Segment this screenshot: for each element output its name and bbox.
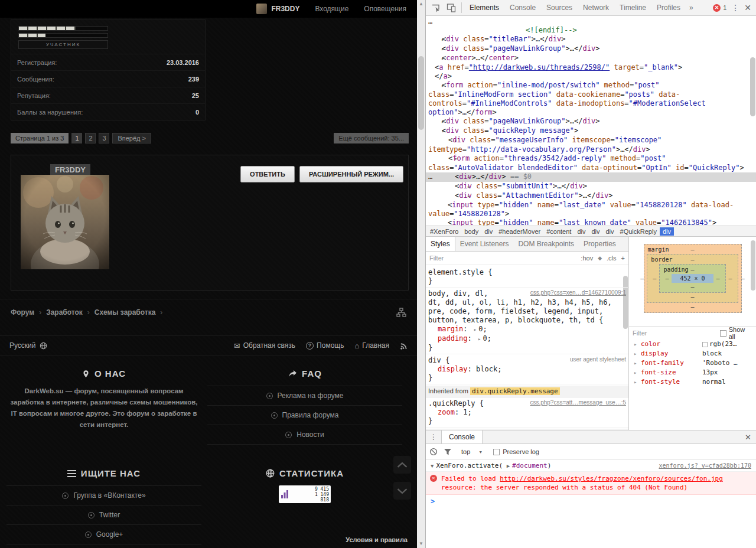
home-link[interactable]: ⌂ Главная	[354, 341, 389, 350]
collapsed-arrow-icon[interactable]: ▸	[435, 45, 442, 54]
visitor-counter-badge[interactable]: 9 4151 149818	[279, 485, 331, 503]
language-selector[interactable]: Русский	[9, 341, 47, 350]
device-toolbar-icon[interactable]	[444, 0, 459, 15]
property-expand-icon[interactable]: ▸	[634, 358, 641, 368]
faq-item[interactable]: Правила форума	[207, 406, 402, 425]
scrollbar-down-arrow[interactable]: ▼	[417, 540, 425, 548]
devtools-tab-elements[interactable]: Elements	[464, 0, 504, 15]
breadcrumb-link[interactable]: Форум	[11, 308, 34, 317]
padding-top-value[interactable]: –	[687, 266, 697, 274]
dom-node[interactable]: <input type="hidden" name="last_known_da…	[426, 218, 756, 226]
collapsed-arrow-icon[interactable]: ▸	[448, 192, 455, 201]
computed-property-row[interactable]: ▸font-stylenormal	[629, 377, 756, 387]
styles-tab-properties[interactable]: Properties	[579, 237, 621, 251]
collapsed-arrow-icon[interactable]: ▸	[448, 182, 455, 191]
css-rule[interactable]: css.php?css=att…message_use…:5.quickRepl…	[426, 397, 628, 428]
alerts-link[interactable]: Оповещения	[364, 5, 406, 13]
breadcrumb-link[interactable]: Схемы заработка	[94, 308, 156, 317]
content-size[interactable]: 452 × 0	[672, 274, 713, 283]
dom-crumb[interactable]: #headerMover	[496, 227, 543, 236]
next-page-button[interactable]: Вперёд >	[112, 133, 151, 143]
page-button[interactable]: 1	[71, 133, 82, 143]
element-state-icon[interactable]: ◆	[598, 255, 602, 261]
stylesheet-link[interactable]: css.php?css=xen…d=1462710009:1	[530, 289, 626, 296]
dom-node[interactable]: ▾<form action="threads/3542/add-reply" m…	[426, 154, 756, 172]
collapsed-triangle-icon[interactable]: ▶	[507, 463, 512, 469]
faq-item[interactable]: Реклама на форуме	[207, 386, 402, 406]
breadcrumb-link[interactable]: Заработок	[46, 308, 83, 317]
console-log-object[interactable]: #document	[512, 462, 548, 469]
page-button[interactable]: 3	[99, 133, 109, 143]
clear-console-icon[interactable]	[429, 448, 438, 456]
dom-node[interactable]: ▾<div class="quickReply message">	[426, 126, 756, 136]
dom-crumb[interactable]: div	[660, 227, 674, 236]
error-resource-url[interactable]: http://darkweb.su/styles/fragzone/xenfor…	[500, 475, 723, 482]
computed-property-row[interactable]: ▸colorrgb(23…	[629, 340, 756, 349]
dom-node[interactable]: <input type="hidden" name="last_date" va…	[426, 201, 756, 218]
inherited-node-link[interactable]: div.quickReply.message	[470, 387, 560, 395]
scrollbar-up-arrow[interactable]: ▲	[417, 0, 425, 8]
padding-left-value[interactable]: –	[662, 275, 672, 282]
expanded-arrow-icon[interactable]: ▾	[435, 127, 442, 136]
topbar-user[interactable]: FR3DDY	[256, 4, 299, 14]
padding-right-value[interactable]: –	[713, 275, 723, 282]
more-messages-label[interactable]: Ещё сообщений: 35...	[334, 133, 409, 143]
property-expand-icon[interactable]: ▸	[634, 377, 641, 387]
find-us-item[interactable]: Google+	[6, 525, 201, 544]
collapsed-arrow-icon[interactable]: ▸	[435, 54, 442, 63]
dom-node[interactable]: ▸<center>…</center>	[426, 54, 756, 63]
quick-reply-username[interactable]: FR3DDY	[50, 164, 90, 175]
style-rules[interactable]: element.style {}css.php?css=xen…d=146271…	[426, 265, 628, 430]
computed-property-row[interactable]: ▸displayblock	[629, 349, 756, 358]
dom-crumb[interactable]: #QuickReply	[617, 227, 660, 236]
computed-property-row[interactable]: ▸font-size13px	[629, 368, 756, 377]
property-expand-icon[interactable]: ▸	[634, 340, 641, 349]
find-us-item[interactable]: Twitter	[6, 505, 201, 525]
filter-icon[interactable]	[444, 448, 452, 456]
dom-node[interactable]: <![endif]-->	[426, 26, 756, 35]
dom-crumb[interactable]: div	[603, 227, 617, 236]
collapsed-arrow-icon[interactable]: ▸	[435, 81, 442, 90]
console-close-icon[interactable]: ✕	[740, 433, 756, 442]
shorthand-expand-icon[interactable]: ▸	[476, 336, 483, 342]
class-toggle[interactable]: .cls	[607, 255, 617, 262]
dom-crumb[interactable]: div	[588, 227, 602, 236]
collapsed-arrow-icon[interactable]: ▸	[448, 173, 455, 182]
dom-node[interactable]: ▸<div class="titleBar">…</div>	[426, 35, 756, 44]
scroll-up-button[interactable]	[393, 456, 411, 474]
shorthand-expand-icon[interactable]: ▸	[472, 327, 478, 332]
dom-crumb[interactable]: #content	[543, 227, 574, 236]
console-prompt-chevron[interactable]: >	[426, 495, 756, 508]
dom-node[interactable]: <a href="http://darkweb.su/threads/2598/…	[426, 63, 756, 72]
dom-tree[interactable]: …<![endif]-->▸<div class="titleBar">…</d…	[426, 16, 756, 226]
devtools-tab-network[interactable]: Network	[578, 0, 614, 15]
help-link[interactable]: ? Помощь	[306, 341, 344, 350]
css-declaration[interactable]: padding: ▸0;	[428, 334, 626, 344]
expanded-arrow-icon[interactable]: ▾	[441, 155, 448, 164]
page-scrollbar[interactable]: ▲ ▼	[417, 0, 425, 548]
rss-icon[interactable]	[400, 342, 408, 350]
dom-crumb[interactable]: div	[574, 227, 588, 236]
drawer-menu-icon[interactable]: ⋮	[426, 433, 441, 441]
console-log-entry[interactable]: ▼XenForo.activate( ▶#document) xenforo.j…	[426, 460, 756, 472]
page-button[interactable]: 2	[85, 133, 96, 143]
dom-node-selected[interactable]: …▸<div>…</div> == $0	[426, 172, 756, 182]
faq-item[interactable]: Новости	[207, 425, 402, 445]
more-tabs-chevron[interactable]: »	[686, 4, 697, 12]
css-rule[interactable]: element.style {}	[426, 266, 628, 288]
dom-node[interactable]: …	[426, 17, 756, 26]
scrollbar-thumb[interactable]	[418, 56, 424, 130]
padding-bottom-value[interactable]: –	[687, 283, 697, 291]
inbox-link[interactable]: Входящие	[315, 5, 348, 13]
sidebar-scrollbar-thumb[interactable]	[751, 240, 755, 291]
dom-node[interactable]: ▸<div class="messageUserInfo" itemscope=…	[426, 136, 756, 154]
devtools-tab-console[interactable]: Console	[504, 0, 541, 15]
devtools-tab-sources[interactable]: Sources	[541, 0, 578, 15]
scroll-down-button[interactable]	[393, 482, 411, 500]
border-bottom-value[interactable]: –	[687, 293, 697, 301]
collapsed-arrow-icon[interactable]: ▸	[435, 35, 442, 44]
pseudo-state-toggle[interactable]: :hov	[581, 255, 593, 262]
styles-tab-styles[interactable]: Styles	[426, 237, 455, 251]
error-count-badge[interactable]: ✕ 1	[713, 4, 726, 12]
css-declaration[interactable]: display: block;	[428, 365, 626, 374]
